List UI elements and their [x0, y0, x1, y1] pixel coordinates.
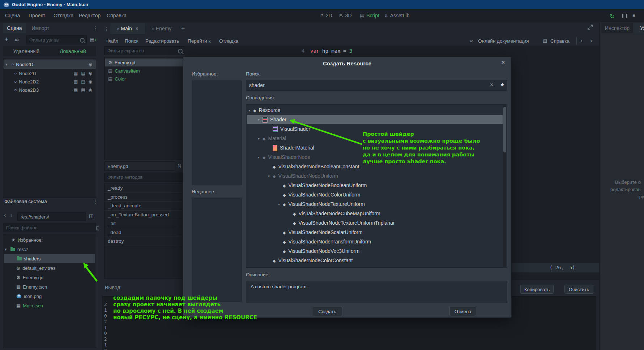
- collapse-icon[interactable]: ▾: [278, 202, 283, 206]
- method-item[interactable]: _process: [105, 193, 185, 202]
- nav-back-icon[interactable]: ‹: [4, 212, 6, 219]
- method-item[interactable]: _ready: [105, 184, 185, 193]
- script-icon[interactable]: ▤: [81, 87, 85, 92]
- dialog-recent-list[interactable]: [192, 198, 242, 302]
- collapse-icon[interactable]: ▾: [258, 155, 263, 159]
- filter-methods-input[interactable]: [104, 173, 185, 182]
- collapse-icon[interactable]: ▾: [5, 247, 8, 252]
- tree-item[interactable]: VisualShaderNodeTextureUniformTriplanar: [247, 219, 503, 227]
- script-icon[interactable]: ▤: [81, 79, 85, 84]
- create-button[interactable]: Создать: [312, 307, 342, 316]
- tree-item[interactable]: VisualShaderNodeColorFunc: [247, 265, 503, 268]
- tree-item[interactable]: VisualShaderNodeScalarUniform: [247, 228, 503, 237]
- favorite-star-icon[interactable]: ★: [500, 82, 505, 87]
- attach-script-icon[interactable]: ▤+: [90, 37, 97, 42]
- tree-node-child[interactable]: ○ Node2D3 ▦▤◉: [4, 86, 95, 94]
- tree-item[interactable]: VisualShaderNodeCubeMapUniform: [247, 209, 503, 218]
- close-icon[interactable]: ×: [501, 59, 505, 66]
- script-item-enemygd[interactable]: ⚙ Enemy.gd: [105, 59, 184, 66]
- history-back-icon[interactable]: ‹: [580, 38, 582, 44]
- script-menu-goto[interactable]: Перейти к: [188, 38, 210, 44]
- visibility-eye-icon[interactable]: ◉: [89, 87, 92, 92]
- local-button[interactable]: Локальный: [50, 46, 96, 56]
- nav-forward-icon[interactable]: ›: [10, 212, 12, 219]
- tree-item[interactable]: VisualShaderNodeColorUniform: [247, 190, 503, 199]
- collapse-icon[interactable]: ▾: [258, 137, 263, 141]
- filesystem-menu-icon[interactable]: ⋮: [93, 199, 98, 204]
- mode-script-button[interactable]: ▤Script: [360, 9, 379, 22]
- tree-item[interactable]: VisualShaderNodeColorConstant: [247, 256, 503, 265]
- menu-debug[interactable]: Отладка: [54, 9, 73, 22]
- tab-node[interactable]: Узел: [635, 23, 644, 33]
- method-item[interactable]: _dead: [105, 228, 185, 237]
- instance-scene-icon[interactable]: ∞: [15, 36, 19, 43]
- collapse-icon[interactable]: ▾: [258, 118, 263, 122]
- visibility-eye-icon[interactable]: ◉: [89, 62, 92, 67]
- filter-nodes-input[interactable]: [26, 35, 87, 44]
- mode-2d-button[interactable]: ↱2D: [320, 9, 332, 22]
- remote-button[interactable]: Удаленный: [3, 46, 50, 56]
- script-tabs-menu-icon[interactable]: ⋮: [104, 26, 109, 32]
- tree-item-resource[interactable]: ▾Resource: [247, 106, 503, 114]
- file-row-res[interactable]: ▾ res://: [4, 245, 95, 254]
- menu-scene[interactable]: Сцена: [5, 9, 20, 22]
- collapse-icon[interactable]: ▾: [248, 108, 253, 112]
- add-node-button[interactable]: +: [5, 36, 9, 43]
- file-row-enemytscn[interactable]: ▦ Enemy.tscn: [4, 282, 95, 291]
- menu-help[interactable]: Справка: [107, 9, 127, 22]
- tree-node-child[interactable]: ○ Node2D ▦▤◉: [4, 69, 95, 78]
- mode-assetlib-button[interactable]: ⇩AssetLib: [384, 9, 409, 22]
- tree-node-child[interactable]: ○ Node2D2 ▦▤◉: [4, 77, 95, 86]
- distraction-free-icon[interactable]: [588, 25, 593, 30]
- filter-scripts-input[interactable]: [104, 46, 185, 55]
- scene-tab-enemy[interactable]: ○ Enemy: [146, 23, 178, 34]
- tree-node-root[interactable]: ▾ ○ Node2D ◉: [4, 60, 95, 69]
- script-menu-edit[interactable]: Редактировать: [145, 38, 179, 44]
- method-item[interactable]: _hit: [105, 219, 185, 228]
- script-menu-file[interactable]: Файл: [106, 38, 118, 44]
- script-menu-search[interactable]: Поиск: [125, 38, 138, 44]
- scrollbar-thumb[interactable]: [503, 107, 506, 152]
- tab-inspector[interactable]: Инспектор: [601, 23, 633, 33]
- method-item[interactable]: destroy: [105, 237, 185, 246]
- menu-project[interactable]: Проект: [29, 9, 45, 22]
- visibility-eye-icon[interactable]: ◉: [89, 71, 92, 76]
- path-breadcrumb[interactable]: res://shaders/: [17, 212, 86, 221]
- tree-item[interactable]: VisualShaderNodeVec3Uniform: [247, 247, 503, 255]
- collapse-icon[interactable]: ▾: [268, 174, 273, 178]
- tree-item-shader[interactable]: ▾Shader: [247, 115, 503, 124]
- file-row-enemygd[interactable]: ⚙ Enemy.gd: [4, 273, 95, 282]
- script-item-canvasitem[interactable]: ▤ CanvasItem: [105, 67, 184, 75]
- tab-scene[interactable]: Сцена: [3, 23, 26, 33]
- scene-tab-main[interactable]: ○ Main ×: [110, 23, 145, 34]
- menu-editor[interactable]: Редактор: [79, 9, 101, 22]
- tree-scrollbar[interactable]: [503, 105, 506, 267]
- split-view-icon[interactable]: ◫: [89, 213, 93, 219]
- mode-3d-button[interactable]: ⇱3D: [339, 9, 352, 22]
- method-item[interactable]: _on_TextureButton_pressed: [105, 211, 185, 220]
- new-tab-icon[interactable]: +: [181, 25, 185, 32]
- online-docs-button[interactable]: Онлайн документация: [478, 38, 529, 44]
- file-row-defaultenv[interactable]: ⊕ default_env.tres: [4, 264, 95, 272]
- method-item[interactable]: _dead_animate: [105, 202, 185, 211]
- tree-item[interactable]: ▾VisualShaderNodeUniform: [247, 172, 503, 180]
- search-files-input[interactable]: [3, 223, 96, 232]
- tab-import[interactable]: Импорт: [27, 23, 54, 33]
- file-row-iconpng[interactable]: icon.png: [4, 292, 95, 301]
- clear-button[interactable]: Очистить: [564, 285, 593, 294]
- pause-button[interactable]: [622, 14, 627, 18]
- tree-item[interactable]: ▾VisualShaderNodeTextureUniform: [247, 200, 503, 208]
- close-icon[interactable]: ×: [136, 26, 138, 31]
- script-item-color[interactable]: ▤ Color: [105, 75, 184, 83]
- dialog-favorites-list[interactable]: [192, 81, 242, 185]
- cancel-button[interactable]: Отмена: [449, 307, 476, 316]
- visibility-eye-icon[interactable]: ◉: [89, 79, 92, 84]
- history-forward-icon[interactable]: ›: [590, 38, 592, 44]
- help-button[interactable]: Справка: [550, 38, 570, 44]
- copy-button[interactable]: Копировать: [520, 285, 554, 294]
- stop-button[interactable]: ■: [632, 13, 635, 18]
- clear-search-icon[interactable]: ×: [490, 82, 493, 88]
- tree-item[interactable]: VisualShaderNodeTransformUniform: [247, 237, 503, 246]
- script-icon[interactable]: ▤: [81, 71, 85, 76]
- file-row-shaders[interactable]: shaders: [4, 254, 95, 263]
